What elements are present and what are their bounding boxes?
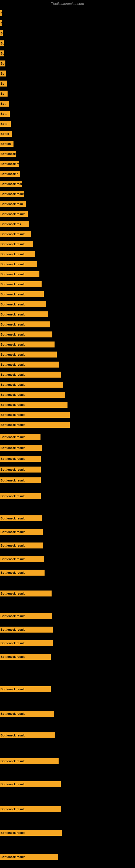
- bar-label: Bot: [0, 101, 9, 106]
- bar-item: B: [0, 30, 3, 36]
- bar-item: Bo: [0, 81, 7, 87]
- bar-item: Bottleneck result: [0, 456, 41, 462]
- bar-item: Bottleneck result: [0, 711, 54, 717]
- bar-label: Bottleneck result: [0, 445, 42, 451]
- bar-item: Bottleneck result: [0, 311, 48, 317]
- bar-item: Bo: [0, 91, 8, 97]
- bar-item: Bottleneck result: [0, 332, 52, 337]
- bar-item: Bottleneck result: [0, 830, 62, 836]
- bar-item: Bottleneck result: [0, 529, 43, 535]
- bar-label: Bottleneck result: [0, 434, 41, 440]
- bar-item: Bottleneck result: [0, 191, 24, 197]
- bar-item: Bottleneck result: [0, 341, 54, 347]
- bar-label: Bo: [0, 91, 8, 97]
- bar-item: Bottleneck result: [0, 654, 51, 660]
- bar-item: Bottleneck result: [0, 477, 41, 484]
- bar-item: Bottle: [0, 131, 12, 137]
- bar-label: Bottleneck result: [0, 493, 41, 499]
- bar-label: Bottleneck result: [0, 456, 41, 462]
- bar-item: Bottleneck result: [0, 556, 44, 562]
- bar-label: Bottleneck result: [0, 516, 42, 521]
- bar-item: Bottleneck result: [0, 362, 59, 368]
- bar-label: Bottleneck r: [0, 171, 20, 177]
- bar-item: Bottleneck result: [0, 261, 37, 267]
- bar-label: Bottleneck result: [0, 542, 43, 549]
- bar-item: Bottleneck resu: [0, 201, 26, 207]
- bar-item: Bottleneck result: [0, 854, 58, 860]
- bar-item: Bottleneck r: [0, 171, 20, 177]
- bar-item: Bottleneck result: [0, 301, 46, 307]
- bar-label: Bottleneck res: [0, 161, 19, 167]
- bar-label: Bo: [0, 51, 4, 56]
- bar-item: Bott: [0, 111, 10, 117]
- bar-label: Bottleneck result: [0, 830, 62, 836]
- bar-label: Bo: [0, 81, 7, 87]
- bar-item: Bottleneck res: [0, 161, 19, 167]
- bar-label: Bottleneck result: [0, 477, 41, 484]
- bar-label: Bottleneck result: [0, 341, 54, 347]
- bar-item: Bottleneck result: [0, 493, 41, 499]
- bar-item: Bottleneck result: [0, 281, 42, 287]
- bar-label: Bottleneck result: [0, 711, 54, 717]
- bar-label: Bottleneck result: [0, 422, 70, 428]
- bar-item: Bottleneck result: [0, 781, 61, 787]
- bar-label: Bottleneck result: [0, 627, 53, 632]
- bar-label: Bottleneck result: [0, 733, 55, 738]
- bar-item: Bottleneck result: [0, 733, 55, 738]
- bar-item: B: [0, 10, 2, 16]
- bar-label: B: [0, 10, 2, 16]
- bar-label: Bottleneck result: [0, 382, 63, 388]
- bar-label: Bottleneck result: [0, 758, 58, 764]
- bar-item: Bottleneck result: [0, 434, 41, 440]
- bar-item: Bottleneck result: [0, 422, 70, 428]
- bar-label: Bottleneck result: [0, 590, 52, 596]
- bar-label: Bottleneck result: [0, 231, 31, 237]
- bar-label: Bottleneck result: [0, 854, 58, 860]
- bar-label: Bottleneck result: [0, 569, 45, 576]
- bar-label: Bottleneck result: [0, 351, 57, 358]
- bar-label: Bottleneck result: [0, 281, 42, 287]
- bar-item: Bottleneck result: [0, 412, 70, 418]
- bar-label: Bottleneck result: [0, 806, 61, 812]
- bar-item: Bo: [0, 40, 4, 46]
- bar-label: Bottleneck res: [0, 221, 29, 227]
- bar-item: Bottleneck result: [0, 372, 61, 378]
- bar-label: Bottleneck result: [0, 251, 35, 257]
- bar-label: B: [0, 30, 3, 36]
- bar-label: Bottleneck result: [0, 402, 68, 408]
- bar-label: Bottleneck result: [0, 781, 61, 787]
- bar-item: Bo: [0, 51, 4, 56]
- bar-label: Bo: [0, 61, 5, 66]
- bar-item: Bottleneck result: [0, 211, 28, 217]
- bar-item: B: [0, 20, 2, 26]
- bar-label: Bottleneck result: [0, 241, 33, 247]
- bar-label: Bo: [0, 70, 6, 76]
- bar-item: Bottleneck result: [0, 351, 57, 358]
- bar-item: Bottleneck result: [0, 251, 35, 257]
- bar-label: Bottleneck result: [0, 321, 50, 328]
- bar-item: Bottleneck result: [0, 231, 31, 237]
- bar-label: B: [0, 20, 2, 26]
- bar-item: Bottleneck res: [0, 221, 29, 227]
- bar-item: Bottleneck result: [0, 321, 50, 328]
- bar-label: Bottleneck result: [0, 181, 22, 187]
- bar-label: Bottleneck result: [0, 654, 51, 660]
- bar-item: Bo: [0, 70, 6, 76]
- bar-label: Bottl: [0, 121, 11, 127]
- bar-label: Bottlen: [0, 141, 13, 147]
- bar-item: Bo: [0, 61, 5, 66]
- bar-label: Bottleneck result: [0, 362, 59, 368]
- bar-label: Bottleneck result: [0, 301, 46, 307]
- bar-label: Bottleneck result: [0, 261, 37, 267]
- bar-label: Bo: [0, 40, 4, 46]
- bar-label: Bottleneck result: [0, 613, 52, 619]
- bar-item: Bottlen: [0, 141, 13, 147]
- bar-label: Bottleneck result: [0, 211, 28, 217]
- bar-item: Bottleneck result: [0, 382, 63, 388]
- bar-label: Bottle: [0, 131, 12, 137]
- bar-label: Bottleneck result: [0, 191, 24, 197]
- bar-label: Bottleneck: [0, 151, 16, 157]
- bar-item: Bottleneck result: [0, 271, 39, 277]
- bar-item: Bottleneck result: [0, 445, 42, 451]
- bar-item: Bottleneck result: [0, 402, 68, 408]
